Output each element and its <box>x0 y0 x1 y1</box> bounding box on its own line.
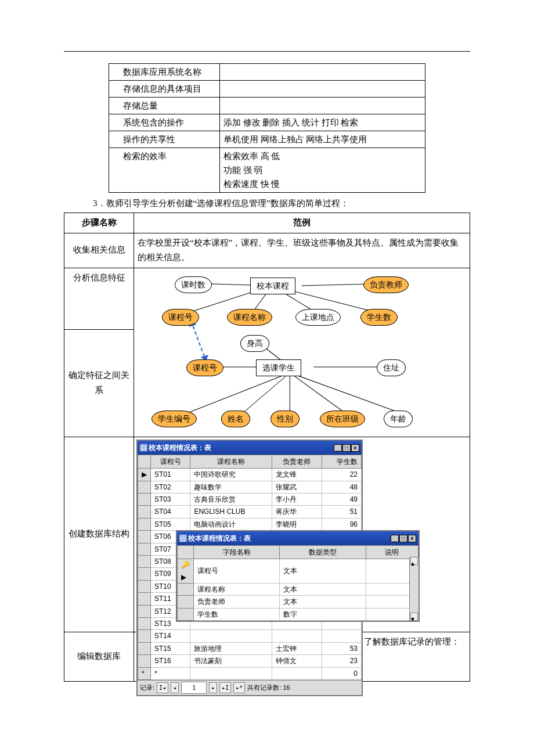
prop-key: 操作的共享性 <box>109 131 220 148</box>
prop-val <box>219 64 425 81</box>
attr-xb: 性别 <box>270 411 300 428</box>
nav-total: 共有记录数: 16 <box>247 682 290 693</box>
table-row[interactable]: ST02趣味数学张耀武48 <box>138 481 362 493</box>
svg-line-13 <box>239 373 290 416</box>
prop-val: 添加 修改 删除 插入 统计 打印 检索 <box>219 114 425 131</box>
maximize-icon[interactable]: □ <box>399 535 407 542</box>
table-row[interactable]: ▶ST01中国诗歌研究龙文锋22 <box>138 469 362 481</box>
window-title: ▦ 校本课程情况表：表 <box>140 442 211 453</box>
col-header[interactable]: 学生数 <box>322 455 361 468</box>
maximize-icon[interactable]: □ <box>342 444 351 452</box>
table-row[interactable]: 负责老师文本 <box>178 596 418 608</box>
scroll-up-icon[interactable]: ▴ <box>410 557 418 565</box>
er-diagram: 校本课程 课时数 负责教师 课程号 课程名称 上课地点 学生数 身高 课程号 选… <box>134 268 470 437</box>
step-name: 分析信息特征 <box>64 268 134 329</box>
db-screenshot-cell: ▦ 校本课程情况表：表 _□× 课程号 课程名称 负责老师 学生数 ▶ST01中… <box>134 437 470 632</box>
svg-line-16 <box>290 373 409 416</box>
window-controls[interactable]: _□× <box>333 442 359 453</box>
attr-kch1: 课程号 <box>162 309 199 326</box>
col-header[interactable]: 课程号 <box>151 455 190 468</box>
prop-val <box>219 81 425 98</box>
prop-key: 系统包含的操作 <box>109 114 220 131</box>
prop-key: 存储信息的具体项目 <box>109 81 220 98</box>
window-titlebar[interactable]: ▦ 校本课程情况表：表 _□× <box>177 531 418 545</box>
col-header[interactable]: 负责老师 <box>272 455 322 468</box>
attr-szbj: 所在班级 <box>320 411 365 428</box>
nav-new-icon[interactable]: ▸* <box>233 682 245 693</box>
close-icon[interactable]: × <box>351 444 359 452</box>
table-row[interactable]: ST14 <box>138 630 362 642</box>
prop-key: 存储总量 <box>109 98 220 114</box>
record-navigator[interactable]: 记录: I◂ ◂ 1 ▸ ▸I ▸* 共有记录数: 16 <box>138 680 362 695</box>
window-titlebar[interactable]: ▦ 校本课程情况表：表 _□× <box>138 441 362 455</box>
minimize-icon[interactable]: _ <box>391 535 399 542</box>
entity-xbkc: 校本课程 <box>250 278 295 295</box>
lead-paragraph: 3．教师引导学生分析创建“选修课程信息管理”数据库的简单过程： <box>93 196 470 210</box>
attr-kch2: 课程号 <box>186 359 223 377</box>
scrollbar[interactable]: ▴ ▾ <box>409 557 418 621</box>
attr-xsbh: 学生编号 <box>151 411 197 428</box>
attr-zz: 住址 <box>377 359 406 377</box>
prop-val: 检索效率 高 低 功能 强 弱 检索速度 快 慢 <box>219 148 425 193</box>
steps-table: 步骤名称 范例 收集相关信息 在学校里开设“校本课程”，课程、学生、班级这些事物… <box>64 213 470 682</box>
table-row[interactable]: **0 <box>138 667 362 679</box>
attr-nl: 年龄 <box>384 411 413 428</box>
entity-xkxs: 选课学生 <box>256 359 301 377</box>
design-table[interactable]: 字段名称 数据类型 说明 🔑▶课程号文本课程名称文本负责老师文本学生数数字 <box>177 545 418 621</box>
step-content: 在学校里开设“校本课程”，课程、学生、班级这些事物及其特点、属性成为需要收集的相… <box>134 233 470 268</box>
prop-val: 单机使用 网络上独占 网络上共享使用 <box>219 131 425 148</box>
col-header[interactable]: 字段名称 <box>194 545 280 559</box>
close-icon[interactable]: × <box>408 535 416 542</box>
table-row[interactable]: 课程名称文本 <box>178 584 418 596</box>
attr-skdd: 上课地点 <box>295 309 341 326</box>
attr-kss: 课时数 <box>175 276 212 294</box>
entity-diagram-cell: 校本课程 课时数 负责教师 课程号 课程名称 上课地点 学生数 身高 课程号 选… <box>134 268 470 437</box>
svg-line-15 <box>290 373 349 416</box>
nav-prev-icon[interactable]: ◂ <box>171 682 179 693</box>
scroll-down-icon[interactable]: ▾ <box>410 613 418 621</box>
nav-last-icon[interactable]: ▸I <box>219 682 231 693</box>
step-name: 创建数据库结构 <box>64 437 134 632</box>
nav-first-icon[interactable]: I◂ <box>157 682 168 693</box>
col-header[interactable]: 数据类型 <box>280 545 366 559</box>
window-controls[interactable]: _□× <box>390 532 416 544</box>
table-row[interactable]: ST03古典音乐欣赏李小丹49 <box>138 494 362 506</box>
page-rule <box>64 51 470 52</box>
nav-label: 记录: <box>140 682 154 693</box>
table-row[interactable]: 🔑▶课程号文本 <box>178 559 418 584</box>
step-name: 编辑数据库 <box>64 632 134 682</box>
properties-table: 数据库应用系统名称 存储信息的具体项目 存储总量 系统包含的操作添加 修改 删除… <box>109 63 425 193</box>
table-row[interactable]: 学生数数字 <box>178 608 418 620</box>
table-row[interactable]: ST04ENGLISH CLUB蒋庆华51 <box>138 506 362 518</box>
header-example: 范例 <box>134 213 470 233</box>
minimize-icon[interactable]: _ <box>334 444 342 452</box>
svg-line-12 <box>179 373 290 416</box>
table-row[interactable]: ST16书法篆刻钟倩文23 <box>138 655 362 667</box>
attr-xss: 学生数 <box>360 309 398 326</box>
attr-fzjs: 负责教师 <box>363 276 409 294</box>
prop-key: 数据库应用系统名称 <box>109 64 220 81</box>
nav-next-icon[interactable]: ▸ <box>209 682 217 693</box>
prop-key: 检索的效率 <box>109 148 220 193</box>
attr-sg: 身高 <box>240 335 269 352</box>
design-window[interactable]: ▦ 校本课程情况表：表 _□× 字段名称 数据类型 说明 🔑▶课程号文本课程名称 <box>176 530 420 622</box>
step-name: 收集相关信息 <box>64 233 134 268</box>
header-step: 步骤名称 <box>64 213 134 233</box>
nav-position[interactable]: 1 <box>181 682 207 694</box>
col-header[interactable]: 课程名称 <box>190 455 272 468</box>
prop-val <box>219 98 425 114</box>
svg-line-6 <box>191 321 206 361</box>
table-row[interactable]: ST05电脑动画设计李晓明96 <box>138 518 362 530</box>
step-name: 确定特征之间关系 <box>64 329 134 437</box>
attr-kcmc: 课程名称 <box>227 309 272 326</box>
window-title: ▦ 校本课程情况表：表 <box>179 532 251 544</box>
table-row[interactable]: ST15旅游地理士宏钾53 <box>138 642 362 654</box>
attr-xm: 姓名 <box>221 411 250 428</box>
